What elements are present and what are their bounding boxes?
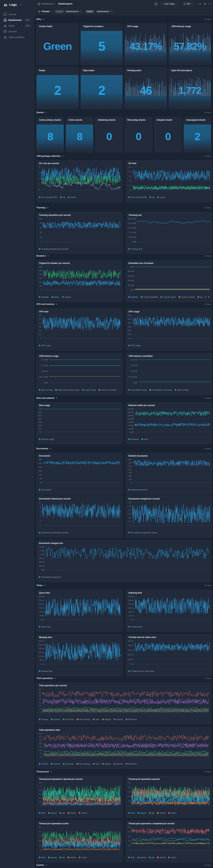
svg-text:200 ms: 200 ms [38, 648, 44, 650]
svg-text:1.8 MB: 1.8 MB [39, 546, 44, 548]
svg-text:0.9: 0.9 [128, 513, 131, 515]
svg-text:10%: 10% [38, 428, 42, 430]
svg-text:15 s: 15 s [128, 166, 132, 168]
svg-text:30: 30 [128, 791, 131, 793]
svg-text:30: 30 [128, 836, 131, 837]
svg-text:30 ms: 30 ms [39, 615, 44, 617]
svg-text:0: 0 [41, 805, 42, 807]
svg-text:40: 40 [128, 831, 131, 833]
svg-text:85.83 MB: 85.83 MB [129, 227, 136, 229]
svg-text:60%: 60% [128, 314, 131, 316]
svg-text:953.67 MiB: 953.67 MiB [128, 376, 137, 378]
svg-text:0 ms: 0 ms [130, 663, 134, 665]
svg-text:50: 50 [128, 826, 131, 828]
svg-text:6: 6 [40, 511, 41, 513]
svg-text:60 ms: 60 ms [39, 611, 44, 613]
svg-text:900: 900 [129, 472, 132, 474]
svg-text:50: 50 [128, 782, 131, 784]
svg-text:20: 20 [40, 236, 42, 238]
svg-text:10: 10 [128, 800, 131, 802]
svg-text:20: 20 [128, 796, 131, 798]
svg-text:3 s: 3 s [130, 185, 132, 186]
svg-text:0%: 0% [129, 338, 131, 339]
svg-text:30%: 30% [38, 421, 42, 423]
svg-text:40%: 40% [38, 418, 42, 420]
svg-text:57.22 MB: 57.22 MB [129, 231, 136, 234]
svg-text:50 ms: 50 ms [129, 615, 134, 617]
svg-text:50%: 50% [38, 415, 42, 416]
svg-text:10%: 10% [128, 334, 131, 335]
svg-text:0.4: 0.4 [39, 322, 42, 324]
svg-text:4: 4 [39, 166, 40, 168]
svg-text:0 s: 0 s [40, 756, 43, 758]
svg-text:50 ms: 50 ms [40, 659, 44, 661]
svg-text:0: 0 [130, 525, 131, 527]
svg-text:0: 0 [40, 849, 41, 851]
svg-text:15K: 15K [39, 470, 42, 472]
svg-text:20: 20 [39, 698, 41, 700]
svg-text:40: 40 [39, 831, 41, 833]
svg-text:30: 30 [39, 836, 41, 837]
svg-text:0: 0 [41, 289, 42, 291]
svg-text:2.79 GiB: 2.79 GiB [41, 365, 48, 367]
svg-text:1.2: 1.2 [39, 782, 42, 784]
svg-text:0: 0 [130, 849, 131, 851]
svg-text:0: 0 [41, 241, 42, 243]
svg-text:20: 20 [39, 840, 41, 842]
svg-text:60 MB: 60 MB [129, 425, 134, 427]
svg-text:0 MB: 0 MB [130, 431, 134, 433]
svg-text:150 ms: 150 ms [128, 607, 134, 609]
svg-text:5K: 5K [40, 478, 42, 479]
svg-text:0 kB: 0 kB [41, 569, 44, 571]
svg-text:1.2K: 1.2K [128, 469, 132, 470]
svg-text:100: 100 [39, 218, 42, 220]
svg-text:1.8: 1.8 [128, 501, 131, 503]
svg-text:953.67 MiB: 953.67 MiB [39, 376, 48, 378]
svg-text:0%: 0% [39, 431, 42, 433]
svg-text:2: 2 [39, 178, 40, 180]
svg-text:0 s: 0 s [130, 189, 132, 191]
svg-text:80: 80 [40, 222, 42, 224]
svg-text:0: 0 [131, 482, 132, 484]
svg-text:5 s: 5 s [40, 752, 43, 754]
svg-text:0 MB: 0 MB [130, 289, 134, 291]
svg-text:20 s: 20 s [39, 743, 43, 745]
svg-text:200 ms: 200 ms [128, 603, 134, 605]
svg-text:1.5K: 1.5K [128, 465, 132, 467]
svg-text:30 s: 30 s [39, 736, 43, 738]
svg-text:9 s: 9 s [130, 175, 132, 177]
svg-text:60%: 60% [38, 411, 42, 413]
svg-text:0: 0 [40, 525, 41, 527]
svg-text:0.3: 0.3 [128, 521, 131, 523]
svg-text:0K: 0K [40, 482, 42, 484]
svg-text:3.73 GiB: 3.73 GiB [41, 359, 48, 361]
svg-text:150 MB: 150 MB [128, 415, 134, 416]
svg-text:10: 10 [128, 845, 131, 847]
svg-text:10K: 10K [39, 474, 42, 476]
svg-text:25 s: 25 s [39, 739, 43, 741]
svg-text:300: 300 [129, 478, 132, 480]
svg-text:1.8K: 1.8K [128, 462, 132, 464]
svg-text:0: 0 [39, 189, 40, 191]
svg-text:120 ms: 120 ms [38, 603, 44, 605]
svg-text:10 s: 10 s [39, 749, 43, 751]
svg-text:12 s: 12 s [128, 170, 132, 173]
svg-text:40%: 40% [128, 322, 131, 324]
svg-text:100 ms: 100 ms [38, 655, 44, 657]
svg-text:1: 1 [39, 183, 40, 185]
svg-text:1.2: 1.2 [128, 509, 131, 511]
svg-text:15: 15 [39, 702, 41, 704]
svg-text:25K: 25K [39, 462, 42, 464]
svg-text:5: 5 [40, 708, 41, 710]
svg-text:210 MB: 210 MB [128, 408, 134, 410]
svg-text:3.73 GiB: 3.73 GiB [131, 359, 137, 361]
svg-text:600 kB: 600 kB [39, 561, 44, 563]
svg-text:0.4: 0.4 [39, 797, 42, 799]
svg-text:600: 600 [129, 475, 132, 477]
svg-text:0: 0 [40, 711, 41, 713]
svg-text:50%: 50% [128, 318, 131, 320]
svg-text:0.6: 0.6 [128, 517, 131, 519]
svg-text:200: 200 [39, 274, 42, 276]
svg-text:300 ms: 300 ms [38, 640, 44, 642]
svg-text:143.05 MB: 143.05 MB [128, 218, 136, 220]
